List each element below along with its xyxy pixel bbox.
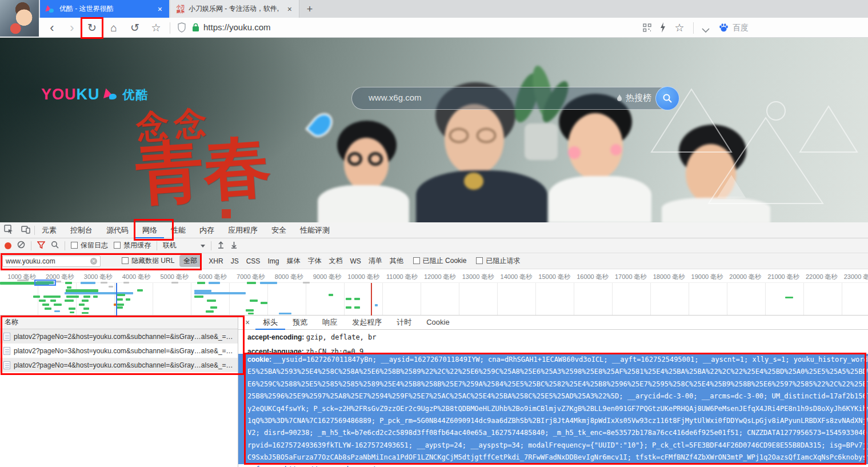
timeline-tick: 8000 毫秒 (275, 273, 303, 281)
timeline-tick: 1000 毫秒 (7, 273, 36, 281)
devtools-tab-7[interactable]: 安全 (265, 222, 293, 238)
shield-icon[interactable] (177, 22, 186, 35)
disable-cache-checkbox[interactable]: 禁用缓存 (114, 241, 151, 250)
new-tab-button[interactable]: + (303, 2, 317, 16)
detail-tab-3[interactable]: 发起程序 (345, 316, 389, 330)
detail-tab-5[interactable]: Cookie (419, 316, 457, 330)
devtools-tab-1[interactable]: 控制台 (63, 222, 99, 238)
blocked-request-checkbox[interactable]: 已阻止请求 (476, 256, 520, 266)
request-row-0[interactable]: platov2?pageNo=2&host=youku.com&subchann… (0, 329, 238, 344)
devtools-tab-2[interactable]: 源代码 (99, 222, 135, 238)
waterfall-overview[interactable] (0, 283, 868, 316)
divider (693, 22, 694, 34)
baidu-label[interactable]: 百度 (733, 23, 749, 33)
filter-type-7[interactable]: 文档 (329, 256, 342, 266)
home-icon[interactable]: ⌂ (106, 21, 121, 35)
header-value: gzip, deflate, br (306, 333, 377, 341)
chevron-down-icon[interactable] (702, 25, 710, 35)
xiaodao-favicon: 小刀娱乐 (176, 5, 185, 14)
detail-tab-1[interactable]: 预览 (285, 316, 315, 330)
device-toolbar-icon[interactable] (17, 225, 34, 236)
timeline-tick: 21000 毫秒 (767, 273, 799, 281)
devtools-tabbar: 元素控制台源代码网络性能内存应用程序安全性能评测 (0, 222, 868, 238)
user-avatar[interactable] (0, 0, 39, 37)
devtools-tab-0[interactable]: 元素 (35, 222, 63, 238)
filter-type-8[interactable]: WS (350, 257, 361, 265)
close-icon[interactable]: × (157, 5, 163, 14)
https-lock-icon[interactable] (192, 23, 199, 34)
filter-funnel-icon[interactable] (37, 241, 45, 250)
filter-type-6[interactable]: 字体 (307, 256, 321, 266)
tab-title: 优酷 - 这世界很酷 (59, 4, 153, 14)
detail-tab-0[interactable]: 标头 (255, 316, 285, 330)
filter-input[interactable]: www.youku.com ✕ (2, 256, 101, 267)
header-name: accept-encoding: (247, 333, 304, 341)
preserve-log-checkbox[interactable]: 保留日志 (71, 241, 108, 250)
qr-code-icon[interactable] (643, 23, 651, 34)
clear-filter-icon[interactable]: ✕ (90, 258, 97, 265)
search-button[interactable] (655, 86, 679, 110)
header-line: accept-encoding: gzip, deflate, br (238, 330, 868, 344)
devtools-tab-4[interactable]: 性能 (164, 222, 193, 238)
record-icon[interactable] (5, 242, 11, 249)
filter-type-3[interactable]: CSS (246, 257, 261, 265)
timeline-tick: 12000 毫秒 (424, 273, 456, 281)
back-icon[interactable]: ‹ (45, 21, 59, 35)
filter-type-0[interactable]: 全部 (179, 255, 201, 267)
url-text[interactable]: https://youku.com (203, 22, 271, 32)
blocked-cookie-checkbox[interactable]: 已阻止 Cookie (413, 256, 467, 266)
reload-icon[interactable]: ↻ (85, 21, 99, 35)
request-row-1[interactable]: platov2?pageNo=3&host=youku.com&subchann… (0, 344, 238, 358)
divider (170, 22, 170, 34)
clear-icon[interactable] (17, 241, 25, 250)
devtools-tab-8[interactable]: 性能评测 (293, 222, 337, 238)
filter-type-4[interactable]: Img (267, 257, 279, 265)
hot-search-link[interactable]: 热搜榜 (626, 93, 651, 103)
devtools-tab-3[interactable]: 网络 (135, 222, 164, 238)
lightning-icon[interactable] (659, 22, 667, 35)
document-icon (3, 333, 10, 341)
filter-type-9[interactable]: 清单 (369, 256, 382, 266)
forward-icon[interactable]: › (65, 21, 79, 35)
cookie-header-selected[interactable]: cookie: __ysuid=1627267011847yBn; __aysi… (238, 354, 868, 464)
filter-type-5[interactable]: 媒体 (286, 256, 300, 266)
filter-types-container: 全部XHRJSCSSImg媒体字体文档WS清单其他 (179, 255, 403, 267)
devtools-tab-5[interactable]: 内存 (193, 222, 221, 238)
inspect-icon[interactable] (0, 225, 17, 236)
search-placeholder[interactable]: www.x6g.com (369, 93, 422, 102)
hide-data-url-checkbox[interactable]: 隐藏数据 URL (122, 256, 174, 266)
browser-tab-xiaodao[interactable]: 小刀娱乐 小刀娱乐网 - 专注活动，软件, × (170, 0, 299, 18)
request-rows-container: platov2?pageNo=2&host=youku.com&subchann… (0, 329, 238, 372)
request-detail-pane: × 标头预览响应发起程序计时Cookie accept-encoding: gz… (238, 316, 868, 467)
request-row-2[interactable]: platov2?pageNo=4&host=youku.com&subchann… (0, 358, 238, 372)
filter-type-2[interactable]: JS (231, 257, 239, 265)
devtools-tab-6[interactable]: 应用程序 (221, 222, 265, 238)
undo-icon[interactable]: ↺ (127, 21, 142, 35)
detail-tab-4[interactable]: 计时 (389, 316, 419, 330)
filter-type-1[interactable]: XHR (209, 257, 223, 265)
timeline-tick: 6000 毫秒 (198, 273, 227, 281)
baidu-paw-icon[interactable] (719, 23, 729, 35)
flame-icon (616, 94, 623, 105)
detail-tab-2[interactable]: 响应 (315, 316, 345, 330)
close-detail-icon[interactable]: × (238, 318, 255, 327)
cookie-line-7: rpvid=1627572493639fkTLYW-1627572493651;… (238, 440, 868, 452)
export-har-icon[interactable] (230, 241, 238, 250)
select-arrow-icon (201, 245, 205, 248)
throttling-select[interactable]: 联机 (163, 241, 205, 250)
tab-title: 小刀娱乐网 - 专注活动，软件, (189, 4, 283, 14)
timeline-tick: 15000 毫秒 (538, 273, 570, 281)
timeline-tick: 22000 毫秒 (806, 273, 838, 281)
close-icon[interactable]: × (286, 5, 293, 14)
request-list-header[interactable]: 名称 (0, 316, 238, 329)
timeline-tick: 4000 毫秒 (122, 273, 151, 281)
filter-type-10[interactable]: 其他 (390, 256, 403, 266)
import-har-icon[interactable] (217, 241, 225, 250)
detail-tabbar: × 标头预览响应发起程序计时Cookie (238, 316, 868, 330)
bookmark-star-icon[interactable]: ☆ (149, 21, 163, 35)
cookie-line-8: C9SxbJ5BO5aFurza77OzCAb8sPzaNbMiInca1PdO… (238, 452, 868, 464)
youku-logo[interactable]: YOUKU 优酷 (41, 86, 149, 103)
browser-tab-youku[interactable]: 优酷 - 这世界很酷 × (40, 0, 169, 18)
search-icon[interactable] (51, 241, 59, 250)
favorites-star-icon[interactable]: ☆ (672, 21, 687, 35)
